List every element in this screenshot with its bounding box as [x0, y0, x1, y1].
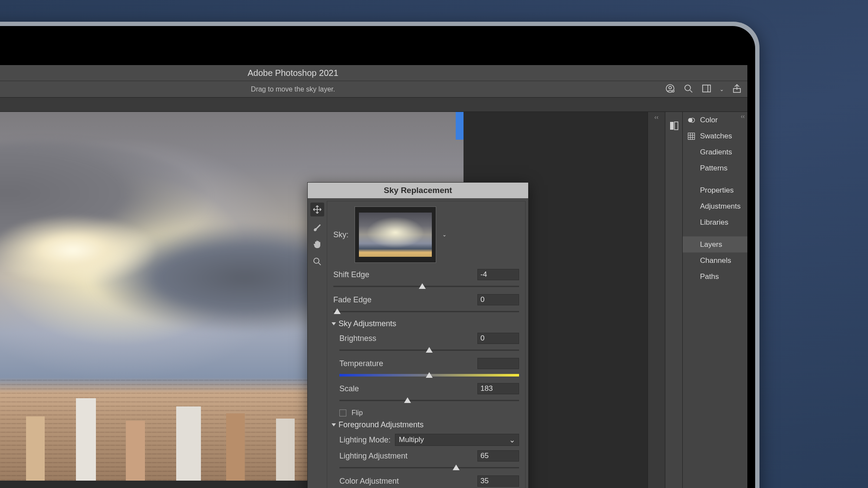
flip-checkbox-row[interactable]: Flip — [339, 409, 519, 417]
dialog-main: Sky: ⌄ Shift Edge — [327, 201, 526, 488]
lighting-adjustment-property: Lighting Adjustment — [339, 450, 519, 472]
scale-label: Scale — [339, 384, 359, 393]
panel-libraries[interactable]: Libraries — [683, 214, 747, 230]
scale-slider[interactable] — [339, 396, 519, 405]
app-title: Adobe Photoshop 2021 — [247, 68, 338, 78]
brightness-input[interactable] — [477, 333, 519, 344]
panel-label: Libraries — [700, 218, 728, 227]
panel-paths[interactable]: Paths — [683, 269, 747, 285]
laptop-bezel: Adobe Photoshop 2021 Drag to move the sk… — [0, 26, 755, 488]
hand-tool-icon[interactable] — [310, 237, 324, 251]
panel-label: Layers — [700, 240, 722, 249]
sky-dropdown-chevron-icon[interactable]: ⌄ — [442, 232, 448, 238]
sky-label: Sky: — [333, 230, 349, 239]
options-hint: Drag to move the sky layer. — [251, 85, 335, 93]
brush-tool-icon[interactable] — [310, 220, 324, 234]
svg-rect-7 — [674, 122, 678, 130]
scale-property: Scale — [339, 383, 519, 405]
svg-rect-6 — [670, 122, 674, 130]
panel-label: Properties — [700, 186, 733, 195]
sky-adjustments-header[interactable]: Sky Adjustments — [332, 319, 519, 328]
foreground-adjustments-header[interactable]: Foreground Adjustments — [332, 420, 519, 429]
shift-edge-input[interactable] — [477, 269, 519, 280]
panel-label: Channels — [700, 256, 731, 265]
document-tab-bar: 43.2% (Sky, Layer Mask/8) * — [0, 97, 747, 112]
section-title: Foreground Adjustments — [339, 420, 424, 429]
svg-point-3 — [685, 85, 690, 91]
svg-point-1 — [669, 86, 671, 89]
panel-color[interactable]: Color — [683, 112, 747, 128]
options-right-icons: ⌄ — [665, 83, 742, 95]
panel-label: Color — [700, 116, 718, 124]
brightness-slider[interactable] — [339, 346, 519, 354]
zoom-tool-icon[interactable] — [310, 255, 324, 269]
fade-edge-label: Fade Edge — [333, 295, 372, 305]
panel-channels[interactable]: Channels — [683, 252, 747, 269]
panel-swatches[interactable]: Swatches — [683, 128, 747, 144]
fade-edge-property: Fade Edge — [333, 294, 519, 316]
panel-label: Paths — [700, 272, 719, 281]
svg-rect-4 — [703, 85, 710, 92]
search-icon[interactable] — [683, 83, 694, 95]
lighting-adjustment-label: Lighting Adjustment — [339, 452, 408, 461]
flip-checkbox[interactable] — [339, 409, 346, 416]
share-icon[interactable] — [732, 83, 742, 95]
gradient-preset-icon[interactable] — [669, 121, 679, 131]
workspace-icon[interactable] — [701, 83, 712, 95]
flip-label: Flip — [352, 409, 363, 417]
scale-input[interactable] — [477, 383, 519, 394]
svg-rect-10 — [688, 133, 695, 139]
panel-label: Adjustments — [700, 202, 741, 211]
shift-edge-label: Shift Edge — [333, 270, 369, 279]
lighting-mode-row: Lighting Mode: Multiply ⌄ — [339, 434, 519, 446]
sky-picker-row: Sky: ⌄ — [333, 206, 519, 263]
lighting-mode-label: Lighting Mode: — [339, 436, 391, 445]
dialog-toolbar — [310, 201, 327, 488]
panel-layers[interactable]: Layers — [683, 236, 747, 252]
cloud-glow — [0, 204, 182, 297]
brightness-property: Brightness — [339, 333, 519, 354]
lighting-adjustment-slider[interactable] — [339, 463, 519, 472]
dialog-body: Sky: ⌄ Shift Edge — [308, 198, 528, 488]
dialog-title[interactable]: Sky Replacement — [308, 183, 528, 198]
panel-icon-strip — [665, 112, 682, 488]
svg-point-11 — [314, 258, 319, 263]
panel-label: Swatches — [700, 132, 732, 141]
color-adjustment-property: Color Adjustment — [339, 475, 519, 488]
temperature-slider[interactable] — [339, 371, 519, 380]
fade-edge-input[interactable] — [477, 294, 519, 305]
home-user-icon[interactable] — [665, 83, 675, 95]
shift-edge-property: Shift Edge — [333, 269, 519, 291]
panel-collapse-strip-left[interactable]: ‹‹ — [648, 112, 665, 488]
lighting-mode-dropdown[interactable]: Multiply ⌄ — [395, 434, 519, 446]
chevron-down-icon: ⌄ — [509, 436, 515, 445]
panel-gradients[interactable]: Gradients — [683, 144, 747, 160]
move-tool-icon[interactable] — [310, 203, 324, 216]
lighting-adjustment-input[interactable] — [477, 450, 519, 462]
options-bar: Drag to move the sky layer. ⌄ — [0, 81, 747, 97]
collapse-chevron-icon[interactable]: ‹‹ — [741, 113, 745, 120]
temperature-property: Temperature — [339, 358, 519, 380]
panel-adjustments[interactable]: Adjustments — [683, 198, 747, 214]
screen: Adobe Photoshop 2021 Drag to move the sk… — [0, 35, 747, 488]
color-adjustment-input[interactable] — [477, 475, 519, 487]
panel-label: Gradients — [700, 148, 732, 157]
title-bar: Adobe Photoshop 2021 — [0, 65, 747, 81]
collapse-chevron-icon[interactable]: ‹‹ — [654, 114, 658, 121]
laptop-frame: Adobe Photoshop 2021 Drag to move the sk… — [0, 22, 760, 488]
brightness-label: Brightness — [339, 334, 376, 343]
panel-patterns[interactable]: Patterns — [683, 160, 747, 176]
right-panel-stack: ‹‹ Color Swatches Gradients — [682, 112, 747, 488]
temperature-input[interactable] — [477, 358, 519, 369]
chevron-down-icon[interactable]: ⌄ — [720, 86, 724, 92]
sky-thumbnail[interactable] — [355, 206, 436, 263]
selection-edge — [456, 112, 464, 140]
section-title: Sky Adjustments — [339, 319, 396, 328]
sky-replacement-dialog[interactable]: Sky Replacement — [307, 182, 529, 488]
panel-properties[interactable]: Properties — [683, 182, 747, 198]
shift-edge-slider[interactable] — [333, 282, 519, 291]
panel-label: Patterns — [700, 164, 727, 173]
color-adjustment-label: Color Adjustment — [339, 477, 399, 486]
temperature-label: Temperature — [339, 359, 383, 368]
fade-edge-slider[interactable] — [333, 307, 519, 316]
